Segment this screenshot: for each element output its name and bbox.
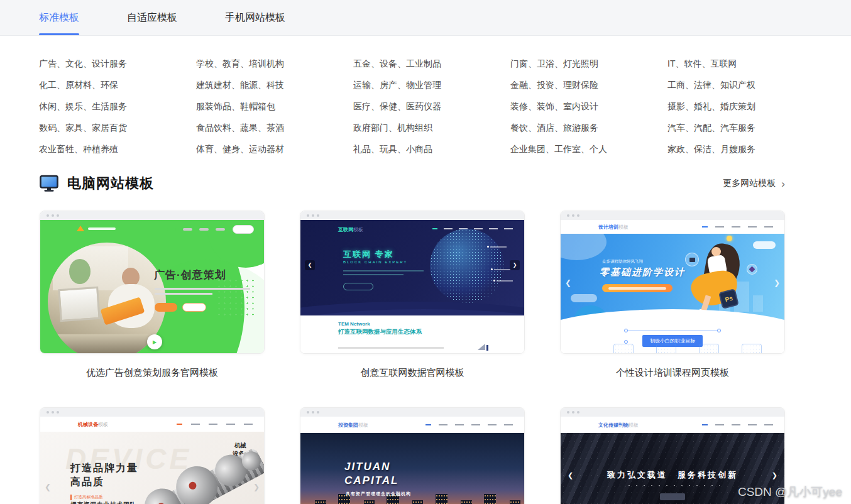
template-logo: 设计培训模板 (598, 224, 629, 231)
carousel-next-icon: ❯ (510, 260, 520, 270)
tab-standard-template[interactable]: 标准模板 (39, 0, 79, 35)
category-link[interactable]: 工商、法律、知识产权 (667, 74, 825, 96)
category-link[interactable]: 餐饮、酒店、旅游服务 (510, 117, 667, 138)
csdn-watermark: CSDN @凡小可yee (738, 484, 842, 500)
template-hero-subtitle: BLOCK CHAIN EXPERT (343, 260, 407, 264)
cloud-shape (571, 294, 597, 302)
template-section: TEM Network 打造互联网数据与应用生态体系 (300, 315, 524, 354)
category-link[interactable]: 家政、保洁、月嫂服务 (667, 138, 825, 160)
text-placeholder (338, 347, 444, 349)
text-placeholder (155, 293, 212, 295)
browser-topbar (40, 408, 264, 417)
category-link[interactable]: 礼品、玩具、小商品 (353, 138, 510, 160)
template-hero-title: 致力弘文载道 服务科技创新 (561, 469, 784, 481)
particle-globe-graphic (430, 229, 504, 303)
category-link[interactable]: 广告、文化、设计服务 (39, 53, 196, 74)
pc-templates-section-header: 电脑网站模板 更多网站模板 › (40, 174, 785, 193)
category-link[interactable]: 食品饮料、蔬果、茶酒 (196, 117, 353, 138)
category-link[interactable]: 装修、装饰、室内设计 (510, 96, 667, 117)
page-title: 电脑网站模板 (67, 174, 154, 193)
category-link[interactable]: 五金、设备、工业制品 (353, 53, 510, 74)
template-hero-title: CAPITAL (344, 474, 398, 487)
orange-pill-placeholder (602, 284, 673, 292)
template-nav-placeholder (418, 424, 513, 425)
template-card-investment[interactable]: 投资集团模板 JITUAN CAPITAL 具有资产管理理念的金融机构 (300, 407, 525, 504)
template-card-machinery[interactable]: 机械设备模板 DEVICE 打造品牌力量 高品质 打造高标准品质 拥有资深专业技… (40, 407, 265, 504)
template-hero-title: 互联网 专家 (343, 249, 394, 260)
template-nav-placeholder (695, 424, 773, 425)
cta-button-placeholder (660, 493, 685, 500)
template-type-tabbar: 标准模板 自适应模板 手机网站模板 (0, 0, 851, 36)
template-grid-row1: ▶ 广告·创意策划 优选广告创意策划服务官网模板 互联网模板 互联网 专家 BL… (40, 211, 785, 379)
category-link[interactable]: 门窗、卫浴、灯光照明 (510, 53, 667, 74)
category-link[interactable]: 数码、家具、家居百货 (39, 117, 196, 138)
browser-topbar (300, 408, 524, 417)
template-logo: 投资集团模板 (338, 422, 368, 429)
category-link[interactable]: 休闲、娱乐、生活服务 (39, 96, 196, 117)
tab-adaptive-template[interactable]: 自适应模板 (127, 0, 177, 35)
template-logo: 机械设备模板 (78, 421, 108, 428)
feature-icons-row (613, 344, 784, 354)
template-section-subtitle: 打造互联网数据与应用生态体系 (338, 328, 422, 336)
template-hero-title: 高品质 (70, 476, 104, 489)
template-hero-title: 广告·创意策划 (154, 268, 226, 282)
template-caption[interactable]: 个性设计培训课程网页模板 (560, 367, 785, 379)
category-link[interactable]: 医疗、保健、医药仪器 (353, 96, 510, 117)
dot-grid-decoration (216, 278, 256, 319)
category-link[interactable]: 摄影、婚礼、婚庆策划 (667, 96, 825, 117)
callout-line (490, 246, 507, 248)
carousel-next-icon: ❯ (253, 483, 260, 491)
template-card-advertising[interactable]: ▶ 广告·创意策划 (40, 211, 265, 354)
cta-button-placeholder (182, 303, 206, 312)
template-accent-line: 打造高标准品质 (70, 495, 103, 500)
cloud-shape (753, 241, 776, 249)
category-link[interactable]: 汽车、汽配、汽车服务 (667, 117, 825, 138)
category-link[interactable]: 金融、投资、理财保险 (510, 74, 667, 96)
industry-category-grid: 广告、文化、设计服务 学校、教育、培训机构 五金、设备、工业制品 门窗、卫浴、灯… (39, 53, 825, 160)
carousel-prev-icon: ❮ (568, 472, 573, 479)
template-caption[interactable]: 创意互联网数据官网模板 (300, 367, 525, 379)
tab-mobile-template[interactable]: 手机网站模板 (225, 0, 285, 35)
cta-button-placeholder (155, 303, 177, 312)
text-placeholder (343, 270, 424, 271)
category-link[interactable]: 化工、原材料、环保 (39, 74, 196, 96)
text-placeholder (343, 274, 404, 275)
spaced-text-placeholder (625, 485, 720, 486)
category-link[interactable]: 农业畜牲、种植养殖 (39, 138, 196, 160)
category-link[interactable]: 企业集团、工作室、个人 (510, 138, 667, 160)
carousel-prev-icon: ❮ (565, 279, 571, 287)
template-header: 投资集团模板 (300, 417, 524, 433)
more-templates-link[interactable]: 更多网站模板 › (723, 178, 785, 189)
city-skyline (300, 490, 524, 504)
category-link[interactable]: 运输、房产、物业管理 (353, 74, 510, 96)
template-card-internet[interactable]: 互联网模板 互联网 专家 BLOCK CHAIN EXPERT ❮ ❯ (300, 211, 525, 354)
template-hero-title: 打造品牌力量 (70, 462, 138, 475)
cta-button-placeholder (343, 283, 373, 290)
sail-logo-graphic (478, 344, 485, 350)
carousel-next-icon: ❯ (772, 472, 777, 479)
template-section: 初级小白的职业目标 (561, 329, 784, 354)
carousel-prev-icon: ❮ (45, 483, 51, 491)
template-subtitle: 具有资产管理理念的金融机构 (346, 491, 411, 497)
browser-topbar (40, 211, 264, 220)
callout-line (494, 269, 510, 270)
template-card-design-training[interactable]: 设计培训模板 众多课程助你迎风飞翔 零基础进阶学设计 (560, 211, 785, 354)
cloud-shape (561, 234, 607, 260)
template-subtitle: 拥有资深专业技术团队 (70, 501, 136, 504)
category-link[interactable]: 体育、健身、运动器材 (196, 138, 353, 160)
chevron-right-icon: › (781, 178, 785, 189)
template-caption[interactable]: 优选广告创意策划服务官网模板 (40, 367, 265, 379)
browser-topbar (561, 211, 784, 220)
floating-icon-bubble (747, 264, 757, 275)
template-nav-placeholder (695, 226, 773, 227)
template-header: 设计培训模板 (561, 220, 784, 234)
category-link[interactable]: IT、软件、互联网 (667, 53, 825, 74)
more-templates-label: 更多网站模板 (723, 178, 776, 189)
category-link[interactable]: 服装饰品、鞋帽箱包 (196, 96, 353, 117)
category-link[interactable]: 建筑建材、能源、科技 (196, 74, 353, 96)
template-tagline: 众多课程助你迎风飞翔 (602, 259, 643, 265)
category-link[interactable]: 政府部门、机构组织 (353, 117, 510, 138)
category-link[interactable]: 学校、教育、培训机构 (196, 53, 353, 74)
template-section-title: TEM Network (338, 321, 370, 327)
city-hero: JITUAN CAPITAL 具有资产管理理念的金融机构 (300, 433, 524, 504)
